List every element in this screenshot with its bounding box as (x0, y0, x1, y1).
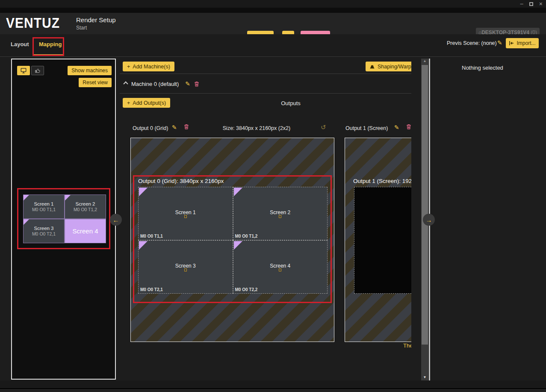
output-1-canvas[interactable]: Output 1 (Screen): 1920 (345, 138, 411, 342)
bottom-bar-inner (0, 388, 546, 392)
tile-corner-marker (234, 188, 242, 196)
screen-name: Screen 2 (75, 201, 95, 206)
view-mode-toggle (17, 66, 44, 75)
previs-edit-pencil-icon[interactable]: ✎ (497, 39, 502, 46)
tile-corner-marker (234, 241, 242, 250)
screen-1-tile[interactable]: Screen 1 M0 O0 T1,1 (23, 195, 65, 219)
active-tab-underline (34, 54, 63, 56)
selection-empty-message: Nothing selected (462, 65, 503, 71)
shaping-warping-button[interactable]: Shaping/Warping (366, 62, 411, 71)
output-tile-3[interactable]: Screen 3 M0 O0 T2,1 (138, 240, 233, 294)
scroll-up-icon[interactable]: ▲ (421, 59, 428, 63)
plus-icon: + (127, 64, 130, 70)
screen-name: Screen 3 (34, 226, 53, 231)
import-button[interactable]: Import... (506, 38, 539, 48)
collapse-left-panel-button[interactable]: ← (110, 214, 122, 226)
screens-preview-grid: Screen 1 M0 O0 T1,1 Screen 2 M0 O0 T1,2 … (23, 195, 106, 243)
reset-view-button[interactable]: Reset view (79, 78, 112, 87)
collapse-right-panel-button[interactable]: → (423, 214, 435, 226)
output-1-delete-trash-icon[interactable] (406, 124, 411, 130)
output-tile-2[interactable]: Screen 2 M0 O0 T1,2 (233, 187, 328, 240)
scroll-down-icon[interactable]: ▼ (421, 375, 428, 379)
chevron-up-icon[interactable] (123, 81, 128, 86)
tile-corner-marker (139, 241, 148, 250)
output-1-footer-note: The (403, 342, 411, 349)
shaping-warping-label: Shaping/Warping (378, 64, 411, 70)
tile-tag: M0 O0 T1,2 (235, 234, 258, 239)
tile-tag: M0 O0 T2,2 (235, 287, 258, 292)
output-tile-4[interactable]: Screen 4 M0 O0 T2,2 (233, 240, 328, 294)
output-tile-1[interactable]: Screen 1 M0 O0 T1,1 (138, 187, 233, 240)
outputs-heading: Outputs (120, 100, 411, 106)
screen-corner-marker (24, 195, 29, 200)
tab-mapping[interactable]: Mapping (39, 41, 62, 47)
previs-viewport-panel[interactable]: Show machines Reset view Screen 1 M0 O0 … (11, 59, 116, 380)
tile-marker-icon (184, 268, 187, 271)
output-0-size-label: Size: 3840px x 2160px (2x2) (201, 125, 312, 131)
output-0-canvas-label: Output 0 (Grid): 3840px x 2160px (138, 178, 224, 184)
screen-view-toggle[interactable] (17, 66, 30, 75)
output-1-screen-rect[interactable] (354, 187, 411, 294)
tile-corner-marker (139, 188, 148, 196)
output-0-canvas[interactable]: Output 0 (Grid): 3840px x 2160px Screen … (130, 138, 334, 342)
screen-name: Screen 1 (34, 201, 53, 206)
tile-name: Screen 4 (270, 263, 290, 269)
machine-header-label: Machine 0 (default) (131, 81, 179, 87)
titlebar-divider (0, 8, 546, 13)
tile-name: Screen 3 (175, 263, 196, 269)
ventuz-logo: VENTUZ (6, 15, 60, 31)
tab-bar: Layout Mapping Previs Scene: (none) ✎ Im… (0, 34, 546, 57)
divider (120, 74, 411, 74)
window-titlebar: – × (0, 0, 546, 8)
minimize-icon[interactable]: – (520, 2, 523, 6)
page-title-block: Render Setup Start (76, 16, 116, 31)
thumbs-up-icon (35, 68, 41, 74)
screen-4-tile-selected[interactable]: Screen 4 (65, 219, 106, 243)
screen-3-tile[interactable]: Screen 3 M0 O0 T2,1 (23, 219, 65, 243)
screen-tag: M0 O0 T1,1 (32, 207, 56, 212)
page-title: Render Setup (76, 16, 116, 24)
screen-corner-marker (24, 219, 29, 225)
screen-corner-marker (65, 195, 71, 200)
previs-scene-label: Previs Scene: (none) (447, 40, 497, 46)
output-refresh-icon[interactable]: ↺ (321, 124, 326, 131)
reset-view-label: Reset view (83, 80, 108, 85)
tile-marker-icon (279, 268, 281, 271)
machine-header-row[interactable]: Machine 0 (default) ✎ (124, 80, 199, 87)
tile-marker-icon (279, 215, 281, 218)
machine-edit-pencil-icon[interactable]: ✎ (185, 80, 190, 87)
output-0-title: Output 0 (Grid) (133, 125, 168, 131)
output-1-title: Output 1 (Screen) (345, 125, 388, 131)
tile-name: Screen 1 (175, 209, 196, 215)
maximize-icon[interactable] (529, 2, 533, 6)
mapping-main-panel: + Add Machine(s) Shaping/Warping Machine… (120, 58, 411, 380)
scrollbar-thumb[interactable] (422, 65, 428, 345)
show-machines-label: Show machines (71, 68, 108, 74)
show-machines-button[interactable]: Show machines (68, 66, 112, 75)
add-machines-label: Add Machine(s) (133, 64, 170, 70)
approve-view-toggle[interactable] (31, 66, 44, 75)
output-0-delete-trash-icon[interactable] (184, 124, 189, 130)
tab-layout[interactable]: Layout (11, 41, 29, 47)
screen-tag: M0 O0 T2,1 (32, 231, 56, 236)
screen-2-tile[interactable]: Screen 2 M0 O0 T1,2 (65, 195, 106, 219)
output-1-edit-pencil-icon[interactable]: ✎ (394, 124, 399, 131)
arrow-left-icon: ← (113, 216, 119, 224)
monitor-icon (20, 68, 27, 74)
add-machines-button[interactable]: + Add Machine(s) (123, 62, 174, 71)
screen-tag: M0 O0 T1,2 (74, 207, 97, 212)
tile-tag: M0 O0 T1,1 (140, 234, 163, 239)
screen-name: Screen 4 (72, 227, 98, 235)
import-arrow-icon (509, 41, 514, 46)
output-0-edit-pencil-icon[interactable]: ✎ (172, 124, 177, 131)
page-subtitle: Start (76, 25, 116, 31)
bottom-bar (0, 380, 546, 392)
arrow-right-icon: → (426, 216, 432, 224)
output-1-canvas-label: Output 1 (Screen): 1920 (353, 178, 411, 184)
tile-marker-icon (184, 215, 187, 218)
machine-delete-trash-icon[interactable] (194, 81, 199, 87)
warp-bell-icon (369, 64, 375, 69)
app-header: VENTUZ Render Setup Start × Close ↺ ✓ Sa… (0, 13, 546, 34)
close-window-icon[interactable]: × (539, 0, 543, 7)
tile-tag: M0 O0 T2,1 (140, 287, 163, 292)
